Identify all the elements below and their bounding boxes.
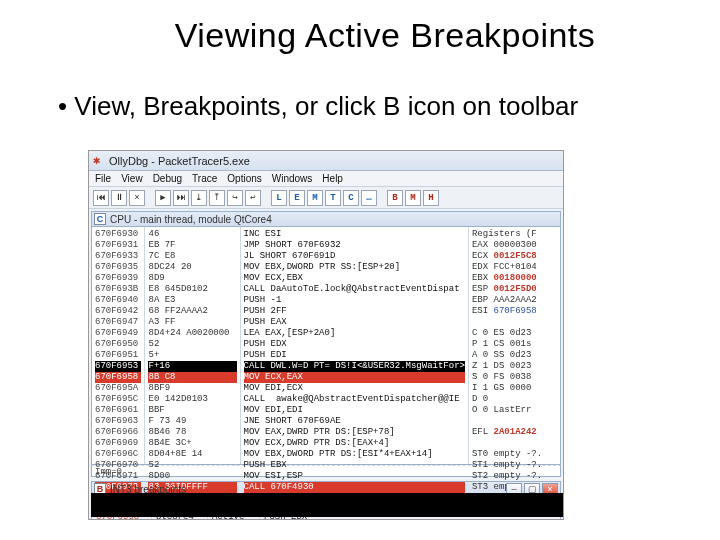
asm-cell[interactable]: LEA EAX,[ESP+2A0] <box>244 328 465 339</box>
bytes-cell[interactable]: F+16 <box>148 361 236 372</box>
bytes-cell[interactable]: 8D00 <box>148 471 236 482</box>
reg-row[interactable]: O 0 LastErr <box>472 405 557 416</box>
asm-cell[interactable]: INC ESI <box>244 229 465 240</box>
addr-cell[interactable]: 670F6942 <box>95 306 141 317</box>
addr-cell[interactable]: 670F6966 <box>95 427 141 438</box>
tb-traceover-icon[interactable]: ↩ <box>245 190 261 206</box>
addr-cell[interactable]: 670F6940 <box>95 295 141 306</box>
asm-cell[interactable]: MOV ECX,DWRD PTR DS:[EAX+4] <box>244 438 465 449</box>
bytes-cell[interactable]: 7C E8 <box>148 251 236 262</box>
tb-cpu-button[interactable]: C <box>343 190 359 206</box>
reg-row[interactable]: EBP AAA2AAA2 <box>472 295 557 306</box>
asm-cell[interactable]: MOV EAX,DWRD PTR DS:[ESP+78] <box>244 427 465 438</box>
window-titlebar[interactable]: ✱ OllyDbg - PacketTracer5.exe <box>89 151 563 171</box>
menu-help[interactable]: Help <box>322 173 343 184</box>
tb-stepover-icon[interactable]: ⏭ <box>173 190 189 206</box>
bytes-cell[interactable]: 8B4E 3C+ <box>148 438 236 449</box>
bytes-cell[interactable]: 68 FF2AAAA2 <box>148 306 236 317</box>
bytes-cell[interactable]: A3 FF <box>148 317 236 328</box>
asm-cell[interactable]: CALL DWL.W=D PT= DS!I<&USER32.MsgWaitFor… <box>244 361 465 372</box>
bytes-cell[interactable]: 8B46 78 <box>148 427 236 438</box>
bytes-cell[interactable]: 8DC24 20 <box>148 262 236 273</box>
addr-cell[interactable]: 670F6931 <box>95 240 141 251</box>
tb-stepin-icon[interactable]: ⤓ <box>191 190 207 206</box>
addr-cell[interactable]: 670F6963 <box>95 416 141 427</box>
bytes-column[interactable]: 46EB 7F7C E88DC24 208D9E8 645D01028A E36… <box>145 227 240 464</box>
tb-restart-icon[interactable]: ⏮ <box>93 190 109 206</box>
addr-cell[interactable]: 670F6961 <box>95 405 141 416</box>
reg-row[interactable] <box>472 317 557 328</box>
disasm-column[interactable]: INC ESIJMP SHORT 670F6932JL SHORT 670F69… <box>241 227 469 464</box>
addr-cell[interactable]: 670F693B <box>95 284 141 295</box>
menu-options[interactable]: Options <box>227 173 261 184</box>
tb-more-button[interactable]: … <box>361 190 377 206</box>
reg-row[interactable] <box>472 416 557 427</box>
bytes-cell[interactable]: 8D9 <box>148 273 236 284</box>
addr-cell[interactable]: 670F6949 <box>95 328 141 339</box>
asm-cell[interactable]: MOV EBX,DWORD PTR DS:[ESI*4+EAX+14] <box>244 449 465 460</box>
asm-cell[interactable]: CALL 670F4930 <box>244 482 465 493</box>
asm-cell[interactable]: CALL awake@QAbstractEventDispatcher@@IE <box>244 394 465 405</box>
bytes-cell[interactable]: F 73 49 <box>148 416 236 427</box>
bytes-cell[interactable]: BBF <box>148 405 236 416</box>
asm-cell[interactable]: MOV ECX,EBX <box>244 273 465 284</box>
addr-cell[interactable]: 670F6950 <box>95 339 141 350</box>
addr-cell[interactable]: 670F6935 <box>95 262 141 273</box>
asm-cell[interactable]: MOV ESI,ESP <box>244 471 465 482</box>
bytes-cell[interactable]: 8B C8 <box>148 372 236 383</box>
addr-cell[interactable]: 670F6953 <box>95 361 141 372</box>
bytes-cell[interactable]: 8A E3 <box>148 295 236 306</box>
bytes-cell[interactable]: 8D4+24 A0020000 <box>148 328 236 339</box>
asm-cell[interactable]: MOV EBX,DWORD PTR SS:[ESP+20] <box>244 262 465 273</box>
menu-view[interactable]: View <box>121 173 143 184</box>
reg-row[interactable]: ST1 empty -?. <box>472 460 557 471</box>
reg-row[interactable]: A 0 SS 0d23 <box>472 350 557 361</box>
tb-mem-button[interactable]: M <box>307 190 323 206</box>
tb-handles-button[interactable]: H <box>423 190 439 206</box>
asm-cell[interactable]: MOV EDI,ECX <box>244 383 465 394</box>
bytes-cell[interactable]: 52 <box>148 339 236 350</box>
menu-windows[interactable]: Windows <box>272 173 313 184</box>
asm-cell[interactable]: PUSH 2FF <box>244 306 465 317</box>
asm-cell[interactable]: PUSH EAX <box>244 317 465 328</box>
tb-stepout-icon[interactable]: ⤒ <box>209 190 225 206</box>
tb-threads-button[interactable]: T <box>325 190 341 206</box>
addr-cell[interactable]: 670F695A <box>95 383 141 394</box>
addr-cell[interactable]: 670F696C <box>95 449 141 460</box>
addr-cell[interactable]: 670F6947 <box>95 317 141 328</box>
addr-cell[interactable]: 670F6951 <box>95 350 141 361</box>
reg-row[interactable]: EDX FCC+0104 <box>472 262 557 273</box>
reg-row[interactable]: EFL 2A01A242 <box>472 427 557 438</box>
stack-strip[interactable]: 001300130013001300130013001300130312 <box>563 151 564 519</box>
reg-row[interactable]: EAX 00000300 <box>472 240 557 251</box>
tb-run-icon[interactable]: ▶ <box>155 190 171 206</box>
asm-cell[interactable]: JNE SHORT 670F69AE <box>244 416 465 427</box>
asm-cell[interactable]: PUSH EDI <box>244 350 465 361</box>
reg-row[interactable]: ESI 670F6958 <box>472 306 557 317</box>
reg-row[interactable]: I 1 GS 0000 <box>472 383 557 394</box>
bytes-cell[interactable]: 46 <box>148 229 236 240</box>
tb-breakpoints-button[interactable]: B <box>387 190 403 206</box>
reg-row[interactable]: S 0 FS 0038 <box>472 372 557 383</box>
tb-exec-button[interactable]: E <box>289 190 305 206</box>
reg-row[interactable]: C 0 ES 0d23 <box>472 328 557 339</box>
bytes-cell[interactable]: 52 <box>148 460 236 471</box>
asm-cell[interactable]: CALL DaAutoToE.lock@QAbstractEventDispat <box>244 284 465 295</box>
reg-row[interactable]: P 1 CS 001s <box>472 339 557 350</box>
bytes-cell[interactable]: E0 142D0103 <box>148 394 236 405</box>
reg-row[interactable]: EBX 00180000 <box>472 273 557 284</box>
bytes-cell[interactable]: E8 645D0102 <box>148 284 236 295</box>
reg-row[interactable] <box>472 438 557 449</box>
asm-cell[interactable]: PUSH -1 <box>244 295 465 306</box>
addr-cell[interactable]: 670F695C <box>95 394 141 405</box>
reg-row[interactable]: ST2 empty -?. <box>472 471 557 482</box>
bytes-cell[interactable]: 8D04+8E 14 <box>148 449 236 460</box>
asm-cell[interactable]: PUSH EDX <box>244 339 465 350</box>
registers-pane[interactable]: Registers (FEAX 00000300ECX 0012F5C8EDX … <box>469 227 560 464</box>
tb-log-button[interactable]: L <box>271 190 287 206</box>
asm-cell[interactable]: PUSH EBX <box>244 460 465 471</box>
menu-file[interactable]: File <box>95 173 111 184</box>
addr-cell[interactable]: 670F6930 <box>95 229 141 240</box>
reg-row[interactable]: D 0 <box>472 394 557 405</box>
addr-cell[interactable]: 670F6969 <box>95 438 141 449</box>
